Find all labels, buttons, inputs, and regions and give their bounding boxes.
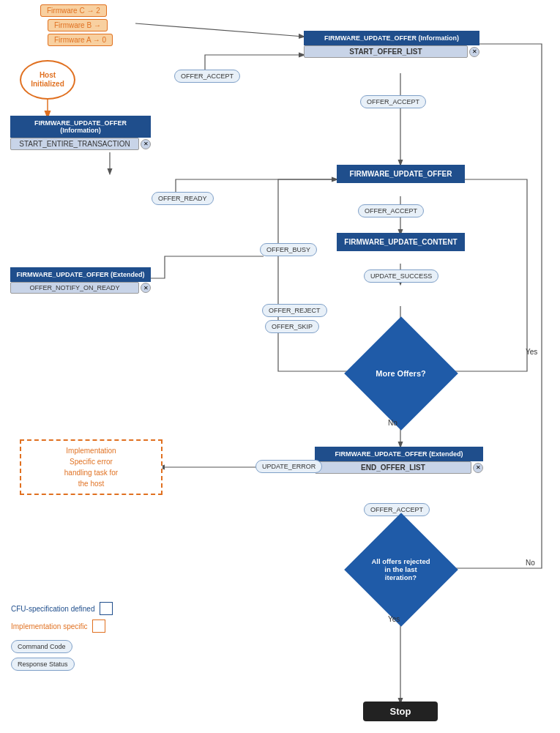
legend-response-pill: Response Status <box>11 658 75 671</box>
offer-accept-pill-1: OFFER_ACCEPT <box>174 70 240 83</box>
start-entire-transaction-container: FIRMWARE_UPDATE_OFFER (Information) STAR… <box>10 116 151 150</box>
offer-busy-pill: OFFER_BUSY <box>260 243 317 256</box>
all-offers-text: All offers rejected in the last iteratio… <box>368 557 434 581</box>
impl-error-box: Implementation Specific error handling t… <box>20 439 163 495</box>
legend-response: Response Status <box>11 658 113 671</box>
more-offers-diamond: More Offers? <box>359 331 443 415</box>
impl-error-text: Implementation Specific error handling t… <box>20 439 163 495</box>
offer-notify-label: OFFER_NOTIFY_ON_READY <box>10 282 139 294</box>
stop-box: Stop <box>363 702 438 721</box>
start-offer-icon: ✕ <box>469 47 479 57</box>
offer-notify-top: FIRMWARE_UPDATE_OFFER (Extended) <box>10 267 151 282</box>
firmware-c-label: Firmware C → 2 <box>40 6 107 15</box>
firmware-a-label: Firmware A → 0 <box>48 35 113 44</box>
legend-cfu: CFU-specification defined <box>11 602 113 615</box>
more-offers-text: More Offers? <box>368 369 434 378</box>
firmware-b-label: Firmware B → <box>48 21 108 29</box>
end-offer-label: END_OFFER_LIST <box>315 461 471 474</box>
offer-notify-icon: ✕ <box>141 283 151 293</box>
start-entire-label: START_ENTIRE_TRANSACTION <box>10 138 139 150</box>
firmware-update-content: FIRMWARE_UPDATE_CONTENT <box>337 233 465 251</box>
start-entire-top: FIRMWARE_UPDATE_OFFER (Information) <box>10 116 151 138</box>
yes-label-2: Yes <box>388 615 400 623</box>
offer-accept-pill-4: OFFER_ACCEPT <box>364 503 430 516</box>
start-offer-list-label: START_OFFER_LIST <box>304 45 468 58</box>
legend: CFU-specification defined Implementation… <box>11 602 113 671</box>
start-offer-list-top: FIRMWARE_UPDATE_OFFER (Information) <box>304 31 479 45</box>
host-initialized-text: Host Initialized <box>31 71 64 89</box>
update-error-pill: UPDATE_ERROR <box>255 460 322 473</box>
end-offer-top: FIRMWARE_UPDATE_OFFER (Extended) <box>315 447 483 461</box>
legend-cfu-box <box>100 602 113 615</box>
legend-impl-box <box>92 619 105 633</box>
svg-line-0 <box>135 23 304 37</box>
offer-accept-pill-3: OFFER_ACCEPT <box>358 204 424 217</box>
legend-impl: Implementation specific <box>11 619 113 633</box>
offer-reject-pill: OFFER_REJECT <box>262 304 327 317</box>
firmware-update-content-container: FIRMWARE_UPDATE_CONTENT <box>337 233 465 251</box>
offer-skip-pill: OFFER_SKIP <box>265 320 319 333</box>
no-label-2: No <box>526 559 535 567</box>
legend-command-pill: Command Code <box>11 640 72 653</box>
offer-notify-container: FIRMWARE_UPDATE_OFFER (Extended) OFFER_N… <box>10 267 151 294</box>
stop-text: Stop <box>363 702 438 721</box>
start-entire-icon: ✕ <box>141 139 151 149</box>
firmware-update-offer-container: FIRMWARE_UPDATE_OFFER <box>337 165 465 183</box>
firmware-update-offer: FIRMWARE_UPDATE_OFFER <box>337 165 465 183</box>
diagram: Firmware C → 2 Firmware B → Firmware A →… <box>0 0 560 733</box>
offer-accept-pill-2: OFFER_ACCEPT <box>360 95 426 108</box>
yes-label-1: Yes <box>526 348 537 356</box>
all-offers-diamond: All offers rejected in the last iteratio… <box>359 527 443 611</box>
legend-impl-label: Implementation specific <box>11 622 88 630</box>
offer-ready-pill: OFFER_READY <box>152 192 214 205</box>
start-offer-list-container: FIRMWARE_UPDATE_OFFER (Information) STAR… <box>304 31 479 58</box>
no-label-1: No <box>388 419 397 427</box>
host-initialized: Host Initialized <box>20 60 75 100</box>
update-success-pill: UPDATE_SUCCESS <box>364 269 438 283</box>
end-offer-list-container: FIRMWARE_UPDATE_OFFER (Extended) END_OFF… <box>315 447 483 474</box>
legend-cfu-label: CFU-specification defined <box>11 605 95 613</box>
end-offer-icon: ✕ <box>473 463 483 473</box>
legend-command: Command Code <box>11 640 113 653</box>
